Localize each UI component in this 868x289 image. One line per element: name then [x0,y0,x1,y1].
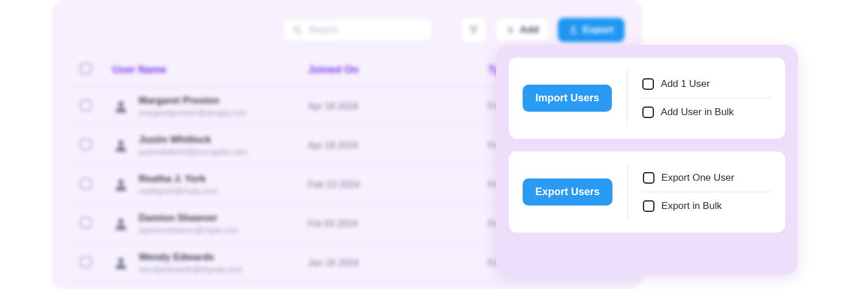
import-options: Add 1 User Add User in Bulk [627,70,771,126]
checkbox-icon [643,172,654,184]
export-button-label: Export [583,24,614,36]
user-email: wendyedwards@dayrep.com [139,265,243,274]
user-email: justinwhitlock@jourrapide.com [139,147,248,157]
add-button-label: Add [520,24,539,36]
filter-icon [468,24,479,36]
joined-date: Apr 18 2024 [298,87,478,126]
option-add-user-in-bulk[interactable]: Add User in Bulk [642,98,771,126]
checkbox-icon [643,200,654,212]
joined-date: Feb 23 2024 [298,165,478,204]
import-users-button[interactable]: Import Users [523,85,612,112]
user-email: damionshawver@rhyta.com [139,226,239,235]
import-users-card: Import Users Add 1 User Add User in Bulk [509,58,785,139]
user-avatar-icon [112,137,130,154]
add-button[interactable]: Add [495,18,550,42]
select-all-checkbox[interactable] [80,63,92,74]
option-label: Export in Bulk [661,200,722,212]
option-add-1-user[interactable]: Add 1 User [642,70,771,98]
svg-point-13 [118,257,123,263]
option-label: Add User in Bulk [661,107,734,118]
user-name: Wendy Edwards [139,252,243,263]
joined-date: Frb 03 2024 [298,204,478,244]
row-checkbox[interactable] [80,178,92,189]
search-input[interactable] [309,25,422,35]
export-users-card: Export Users Export One User Export in B… [509,151,785,233]
toolbar: Add Export [70,17,625,43]
user-avatar-icon [112,176,130,193]
user-avatar-icon [112,98,130,115]
user-avatar-icon [112,215,130,233]
option-export-in-bulk[interactable]: Export in Bulk [643,192,771,220]
option-label: Export One User [661,172,734,184]
joined-date: Apr 18 2024 [298,126,478,165]
row-checkbox[interactable] [80,139,92,150]
joined-date: Jan 16 2024 [298,244,478,283]
svg-point-11 [118,179,123,184]
import-export-panel: Import Users Add 1 User Add User in Bulk… [496,45,798,275]
column-header-joined[interactable]: Joined On [298,56,478,87]
svg-point-12 [118,218,123,223]
option-export-one-user[interactable]: Export One User [643,164,771,192]
svg-line-1 [299,31,301,33]
user-avatar-icon [112,254,130,272]
upload-icon [569,25,578,35]
export-button[interactable]: Export [558,18,625,42]
checkbox-icon [642,78,654,90]
row-checkbox[interactable] [80,217,92,229]
user-name: Reatha J. York [139,173,218,185]
export-options: Export One User Export in Bulk [627,164,771,220]
row-checkbox[interactable] [80,100,92,111]
checkbox-icon [642,107,654,118]
export-users-button[interactable]: Export Users [523,178,612,206]
option-label: Add 1 User [661,78,710,90]
user-name: Margaret Preston [139,95,246,107]
search-input-wrapper[interactable] [283,18,432,41]
row-checkbox[interactable] [80,256,92,268]
user-email: margaretpreston@amypy.com [139,108,246,117]
user-email: reathjyork@rhyta.com [139,187,218,196]
svg-point-9 [118,101,123,106]
search-icon [292,25,303,35]
filter-button[interactable] [460,17,487,43]
plus-icon [506,25,515,35]
user-name: Justin Whitlock [139,134,248,146]
svg-point-10 [118,140,123,145]
user-name: Damion Shawver [139,212,239,224]
column-header-username[interactable]: User Name [102,56,298,87]
